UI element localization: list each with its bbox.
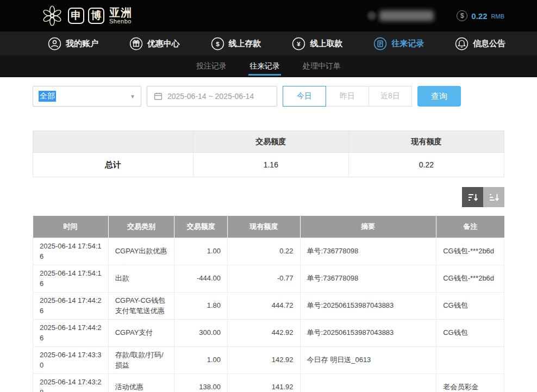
cell-remark: 老会员彩金 [436,374,504,392]
nav-item-promo-center[interactable]: 优惠中心 [129,37,180,51]
records-header-row: 时间 交易类别 交易额度 现有额度 摘要 备注 [33,216,504,238]
logo-subtitle: Shenbo [109,18,132,25]
cell-type: CGPAY-CG钱包支付笔笔送优惠 [108,292,174,319]
summary-total-transaction: 1.16 [193,153,348,177]
nav-label: 优惠中心 [147,39,180,49]
gift-icon [129,37,143,51]
main-nav: 我的账户 优惠中心 $ 线上存款 ¥ 线上取款 [0,32,537,55]
username-blur [379,10,434,21]
topbar: 申 博 亚洲 Shenbo $ 0.22 RMB [0,0,537,32]
nav-item-online-deposit[interactable]: $ 线上存款 [211,37,261,51]
col-header-time: 时间 [33,216,109,238]
sort-descending-button[interactable] [462,187,483,207]
cell-summary [300,374,436,392]
cell-type: 出款 [108,265,174,292]
balance-amount: 0.22 [471,11,487,21]
table-row: 2025-06-14 17:43:28 活动优惠 138.00 141.92 老… [33,374,504,392]
summary-header-balance: 现有额度 [348,131,504,153]
sort-ascending-icon [489,192,499,203]
cell-summary: 单号:202506153987043883 [300,292,436,319]
cell-time: 2025-06-14 17:44:26 [33,319,109,346]
lotus-logo-icon [40,4,64,28]
cell-amount: 300.00 [174,319,228,346]
quick-date-group: 今日 昨日 近8日 [283,86,412,107]
nav-label: 信息公告 [473,39,505,49]
table-row: 2025-06-14 17:54:16 CGPAY出款优惠 1.00 0.22 … [33,238,504,265]
cell-type: CGPAY支付 [108,319,174,346]
cell-balance: 444.72 [228,292,301,319]
cell-summary: 单号:202506153987043883 [300,319,436,346]
nav-item-announcements[interactable]: 信息公告 [455,37,505,51]
balance-unit: RMB [491,13,504,20]
col-header-remark: 备注 [436,216,504,238]
logo-region: 亚洲 [109,7,132,18]
date-range-value: 2025-06-14 ~ 2025-06-14 [167,92,254,101]
cell-remark: CG钱包 [436,292,504,319]
cell-remark: CG钱包-***2b6d [436,238,504,265]
content-area: 全部 ▼ 2025-06-14 ~ 2025-06-14 今日 昨日 近8日 查… [0,77,537,392]
bell-icon [455,37,469,51]
summary-header-empty [33,131,193,153]
nav-item-transaction-records[interactable]: 往来记录 [373,37,424,51]
svg-text:$: $ [216,40,220,47]
cell-remark: CG钱包-***2b6d [436,265,504,292]
cell-time: 2025-06-14 17:43:30 [33,346,109,374]
cell-amount: 1.00 [174,238,228,265]
calendar-icon [154,92,163,101]
last-8-days-button[interactable]: 近8日 [369,86,412,107]
nav-item-my-account[interactable]: 我的账户 [48,37,98,51]
yesterday-button[interactable]: 昨日 [326,86,369,107]
nav-label: 线上取款 [310,39,342,49]
sort-bar [33,187,504,207]
filter-bar: 全部 ▼ 2025-06-14 ~ 2025-06-14 今日 昨日 近8日 查… [33,86,504,107]
table-row: 2025-06-14 17:44:26 CGPAY-CG钱包支付笔笔送优惠 1.… [33,292,504,319]
type-select[interactable]: 全部 ▼ [33,86,141,107]
svg-text:¥: ¥ [297,40,301,47]
cell-remark [436,346,504,374]
cell-time: 2025-06-14 17:54:16 [33,265,109,292]
cell-summary: 今日存 明日送_0613 [300,346,436,374]
balance-display[interactable]: $ 0.22 RMB [457,10,504,21]
sort-ascending-button[interactable] [483,187,504,207]
summary-total-balance: 0.22 [348,153,504,177]
deposit-coin-icon: $ [211,37,224,51]
nav-label: 线上存款 [229,39,261,49]
cell-amount: 138.00 [174,374,228,392]
cell-time: 2025-06-14 17:43:28 [33,374,109,392]
cell-summary: 单号:736778098 [300,238,436,265]
cell-type: 活动优惠 [108,374,174,392]
sub-nav: 投注记录 往来记录 处理中订单 [0,55,537,77]
currency-dollar-icon: $ [457,10,467,21]
col-header-summary: 摘要 [300,216,436,238]
col-header-type: 交易类别 [108,216,174,238]
col-header-balance: 现有额度 [228,216,301,238]
nav-label: 我的账户 [66,39,98,49]
cell-balance: 442.92 [228,319,301,346]
cell-balance: 142.92 [228,346,301,374]
query-button[interactable]: 查询 [417,86,461,107]
date-range-input[interactable]: 2025-06-14 ~ 2025-06-14 [147,86,277,107]
cell-amount: -444.00 [174,265,228,292]
avatar [367,11,376,20]
subnav-tab-betting-records[interactable]: 投注记录 [193,55,230,77]
subnav-tab-transaction-records[interactable]: 往来记录 [246,55,283,77]
col-header-amount: 交易额度 [174,216,228,238]
summary-total-row: 总计 1.16 0.22 [33,153,504,177]
sort-descending-icon [467,192,478,203]
records-icon [373,37,387,51]
cell-time: 2025-06-14 17:54:16 [33,238,109,265]
cell-type: CGPAY出款优惠 [108,238,174,265]
table-row: 2025-06-14 17:43:30 存款/取款/打码/损益 1.00 142… [33,346,504,374]
cell-amount: 1.00 [174,346,228,374]
nav-item-online-withdrawal[interactable]: ¥ 线上取款 [292,37,342,51]
records-table: 时间 交易类别 交易额度 现有额度 摘要 备注 2025-06-14 17:54… [33,216,504,392]
cell-remark: CG钱包 [436,319,504,346]
logo[interactable]: 申 博 亚洲 Shenbo [0,4,132,28]
cell-type: 存款/取款/打码/损益 [108,346,174,374]
today-button[interactable]: 今日 [283,86,326,107]
cell-summary: 单号:736778098 [300,265,436,292]
username-redacted[interactable] [367,10,434,21]
cell-time: 2025-06-14 17:44:26 [33,292,109,319]
type-select-value: 全部 [39,91,56,102]
subnav-tab-processing-orders[interactable]: 处理中订单 [299,55,344,77]
